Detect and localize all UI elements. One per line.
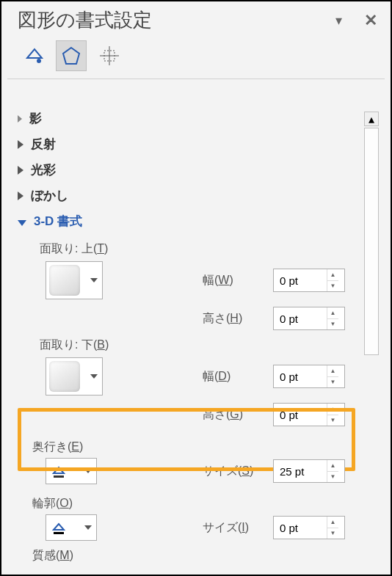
bevel-top-height-input[interactable]: ▲▼ — [273, 307, 345, 330]
bevel-top-picker[interactable] — [46, 261, 103, 299]
dropdown-caret-icon — [84, 469, 92, 473]
close-button[interactable]: ✕ — [364, 11, 377, 30]
svg-rect-6 — [54, 532, 64, 534]
bevel-bottom-width-input[interactable]: ▲▼ — [273, 365, 345, 388]
depth-size-input[interactable]: ▲▼ — [273, 459, 345, 483]
scroll-thumb[interactable] — [364, 128, 379, 355]
section-3d-format[interactable]: 3-D 書式 — [15, 208, 363, 234]
svg-point-0 — [37, 59, 41, 63]
spin-down[interactable]: ▼ — [327, 472, 338, 483]
size-label: サイズ(S) — [203, 464, 266, 479]
bevel-top-label: 面取り: 上(T) — [15, 241, 363, 257]
section-reflection[interactable]: 反射 — [15, 131, 363, 157]
bevel-bottom-picker[interactable] — [46, 357, 103, 395]
pane-menu-button[interactable]: ▾ — [335, 12, 342, 29]
width-label: 幅(D) — [203, 369, 266, 384]
spin-up[interactable]: ▲ — [327, 307, 338, 319]
contour-label: 輪郭(O) — [15, 496, 363, 511]
section-label: 3-D 書式 — [34, 213, 82, 230]
spin-down[interactable]: ▼ — [327, 377, 338, 388]
section-label: ぼかし — [31, 187, 68, 204]
chevron-down-icon — [18, 220, 26, 226]
bevel-bottom-label: 面取り: 下(B) — [15, 338, 363, 353]
dropdown-caret-icon — [90, 374, 98, 379]
height-label: 高さ(G) — [203, 407, 266, 423]
tab-size-icon[interactable] — [94, 40, 125, 71]
spin-down[interactable]: ▼ — [327, 528, 338, 539]
bevel-bottom-height-input[interactable]: ▲▼ — [273, 403, 345, 426]
dropdown-caret-icon — [90, 278, 98, 282]
chevron-right-icon — [18, 140, 23, 149]
spin-up[interactable]: ▲ — [327, 517, 338, 528]
section-label: 反射 — [31, 136, 56, 153]
pane-title: 図形の書式設定 — [18, 7, 152, 33]
contour-size-input[interactable]: ▲▼ — [273, 516, 345, 539]
section-label: 光彩 — [31, 161, 56, 178]
tab-effects-icon[interactable] — [56, 40, 87, 71]
spin-down[interactable]: ▼ — [327, 415, 338, 426]
scroll-up-button[interactable]: ▴ — [364, 112, 379, 126]
depth-color-picker[interactable] — [46, 458, 97, 484]
svg-marker-1 — [63, 48, 79, 64]
size-label: サイズ(I) — [203, 520, 266, 536]
bevel-top-width-input[interactable]: ▲▼ — [273, 269, 345, 292]
chevron-right-icon — [18, 192, 23, 200]
depth-label: 奥行き(E) — [15, 440, 363, 455]
section-glow[interactable]: 光彩 — [15, 157, 363, 183]
section-softedges[interactable]: ぼかし — [15, 183, 363, 208]
contour-color-picker[interactable] — [46, 514, 97, 541]
chevron-right-icon — [18, 166, 23, 175]
tab-fill-icon[interactable] — [18, 40, 48, 71]
spin-up[interactable]: ▲ — [327, 404, 338, 415]
svg-rect-5 — [54, 475, 64, 478]
spin-up[interactable]: ▲ — [327, 269, 338, 281]
bevel-thumbnail-icon — [49, 265, 80, 296]
section-label: 影 — [29, 110, 42, 127]
spin-up[interactable]: ▲ — [327, 460, 338, 472]
height-label: 高さ(H) — [203, 311, 266, 327]
spin-down[interactable]: ▼ — [327, 281, 338, 292]
section-shadow[interactable]: 影 — [15, 106, 363, 131]
dropdown-caret-icon — [84, 525, 92, 530]
bevel-thumbnail-icon — [49, 361, 80, 392]
paint-bucket-icon — [51, 520, 67, 536]
width-label: 幅(W) — [203, 273, 266, 288]
spin-up[interactable]: ▲ — [327, 365, 338, 377]
material-label: 質感(M) — [15, 548, 363, 564]
spin-down[interactable]: ▼ — [327, 319, 338, 330]
paint-bucket-icon — [51, 463, 67, 479]
chevron-right-icon — [18, 115, 22, 123]
